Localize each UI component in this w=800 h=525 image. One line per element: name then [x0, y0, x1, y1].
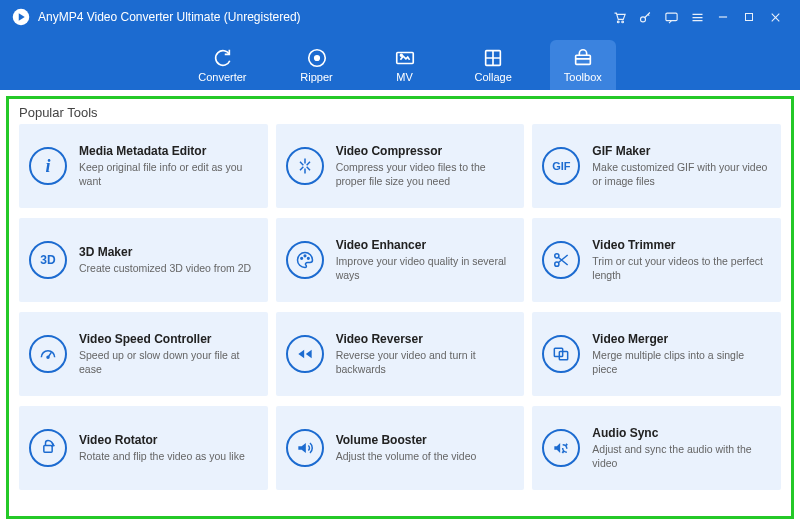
tool-title: Video Speed Controller: [79, 332, 256, 346]
tool-title: Video Merger: [592, 332, 769, 346]
toolbox-icon: [572, 47, 594, 69]
tab-toolbox[interactable]: Toolbox: [550, 40, 616, 90]
tool-desc: Keep original file info or edit as you w…: [79, 161, 256, 188]
tool-text: 3D Maker Create customized 3D video from…: [79, 245, 256, 276]
svg-rect-19: [560, 352, 568, 360]
tool-title: Video Compressor: [336, 144, 513, 158]
scissors-icon: [542, 241, 580, 279]
svg-point-17: [47, 356, 49, 358]
svg-point-1: [617, 21, 619, 23]
tool-desc: Trim or cut your videos to the perfect l…: [592, 255, 769, 282]
tool-text: GIF Maker Make customized GIF with your …: [592, 144, 769, 188]
info-icon: i: [29, 147, 67, 185]
svg-point-13: [304, 255, 306, 257]
maximize-button[interactable]: [736, 4, 762, 30]
svg-point-3: [640, 16, 645, 21]
svg-point-16: [555, 262, 559, 266]
tool-desc: Create customized 3D video from 2D: [79, 262, 256, 276]
tool-gif-maker[interactable]: GIF GIF Maker Make customized GIF with y…: [532, 124, 781, 208]
mv-icon: [394, 47, 416, 69]
key-icon[interactable]: [632, 4, 658, 30]
svg-point-2: [621, 21, 623, 23]
tool-title: Video Rotator: [79, 433, 256, 447]
tool-text: Video Enhancer Improve your video qualit…: [336, 238, 513, 282]
tab-label: Converter: [198, 71, 246, 83]
svg-point-12: [300, 258, 302, 260]
compress-icon: [286, 147, 324, 185]
tool-text: Video Rotator Rotate and flip the video …: [79, 433, 256, 464]
tool-video-speed-controller[interactable]: Video Speed Controller Speed up or slow …: [19, 312, 268, 396]
tool-text: Video Compressor Compress your video fil…: [336, 144, 513, 188]
tool-desc: Compress your video files to the proper …: [336, 161, 513, 188]
tool-text: Audio Sync Adjust and sync the audio wit…: [592, 426, 769, 470]
tool-desc: Speed up or slow down your file at ease: [79, 349, 256, 376]
tool-desc: Reverse your video and turn it backwards: [336, 349, 513, 376]
tool-title: Media Metadata Editor: [79, 144, 256, 158]
app-logo-icon: [12, 8, 30, 26]
tool-desc: Adjust and sync the audio with the video: [592, 443, 769, 470]
tab-label: Ripper: [300, 71, 332, 83]
tool-video-merger[interactable]: Video Merger Merge multiple clips into a…: [532, 312, 781, 396]
titlebar: AnyMP4 Video Converter Ultimate (Unregis…: [0, 0, 800, 34]
rotate-icon: [29, 429, 67, 467]
svg-point-14: [307, 258, 309, 260]
tab-label: Collage: [475, 71, 512, 83]
svg-point-9: [400, 54, 402, 56]
svg-rect-5: [746, 14, 753, 21]
tool-media-metadata-editor[interactable]: i Media Metadata Editor Keep original fi…: [19, 124, 268, 208]
tool-desc: Make customized GIF with your video or i…: [592, 161, 769, 188]
rewind-icon: [286, 335, 324, 373]
svg-rect-20: [44, 446, 52, 453]
merge-icon: [542, 335, 580, 373]
gif-icon: GIF: [542, 147, 580, 185]
tool-text: Video Trimmer Trim or cut your videos to…: [592, 238, 769, 282]
menu-icon[interactable]: [684, 4, 710, 30]
tool-video-reverser[interactable]: Video Reverser Reverse your video and tu…: [276, 312, 525, 396]
tool-text: Video Reverser Reverse your video and tu…: [336, 332, 513, 376]
minimize-button[interactable]: [710, 4, 736, 30]
tool-title: Video Trimmer: [592, 238, 769, 252]
tools-panel: Popular Tools i Media Metadata Editor Ke…: [6, 96, 794, 519]
close-button[interactable]: [762, 4, 788, 30]
tool-title: Volume Booster: [336, 433, 513, 447]
main-tabs: Converter Ripper MV Collage Toolbox: [0, 34, 800, 90]
tool-text: Video Speed Controller Speed up or slow …: [79, 332, 256, 376]
tool-desc: Rotate and flip the video as you like: [79, 450, 256, 464]
tools-grid: i Media Metadata Editor Keep original fi…: [19, 124, 781, 490]
tool-volume-booster[interactable]: Volume Booster Adjust the volume of the …: [276, 406, 525, 490]
section-title: Popular Tools: [19, 105, 781, 120]
tab-collage[interactable]: Collage: [461, 40, 526, 90]
gauge-icon: [29, 335, 67, 373]
tool-desc: Merge multiple clips into a single piece: [592, 349, 769, 376]
tool-desc: Improve your video quality in several wa…: [336, 255, 513, 282]
collage-icon: [482, 47, 504, 69]
svg-point-15: [555, 254, 559, 258]
tool-audio-sync[interactable]: Audio Sync Adjust and sync the audio wit…: [532, 406, 781, 490]
converter-icon: [211, 47, 233, 69]
tab-label: Toolbox: [564, 71, 602, 83]
cart-icon[interactable]: [606, 4, 632, 30]
tool-text: Volume Booster Adjust the volume of the …: [336, 433, 513, 464]
tab-mv[interactable]: MV: [373, 40, 437, 90]
content-area: Popular Tools i Media Metadata Editor Ke…: [0, 90, 800, 525]
tool-video-rotator[interactable]: Video Rotator Rotate and flip the video …: [19, 406, 268, 490]
tab-ripper[interactable]: Ripper: [285, 40, 349, 90]
tool-title: Audio Sync: [592, 426, 769, 440]
3d-icon: 3D: [29, 241, 67, 279]
tool-text: Video Merger Merge multiple clips into a…: [592, 332, 769, 376]
ripper-icon: [306, 47, 328, 69]
tool-video-compressor[interactable]: Video Compressor Compress your video fil…: [276, 124, 525, 208]
tool-desc: Adjust the volume of the video: [336, 450, 513, 464]
tool-title: Video Enhancer: [336, 238, 513, 252]
tool-3d-maker[interactable]: 3D 3D Maker Create customized 3D video f…: [19, 218, 268, 302]
feedback-icon[interactable]: [658, 4, 684, 30]
tab-converter[interactable]: Converter: [184, 40, 260, 90]
tool-title: GIF Maker: [592, 144, 769, 158]
tool-video-enhancer[interactable]: Video Enhancer Improve your video qualit…: [276, 218, 525, 302]
tool-text: Media Metadata Editor Keep original file…: [79, 144, 256, 188]
svg-point-7: [314, 56, 319, 61]
tool-video-trimmer[interactable]: Video Trimmer Trim or cut your videos to…: [532, 218, 781, 302]
tool-title: Video Reverser: [336, 332, 513, 346]
svg-rect-11: [575, 55, 590, 64]
svg-rect-18: [555, 348, 563, 356]
